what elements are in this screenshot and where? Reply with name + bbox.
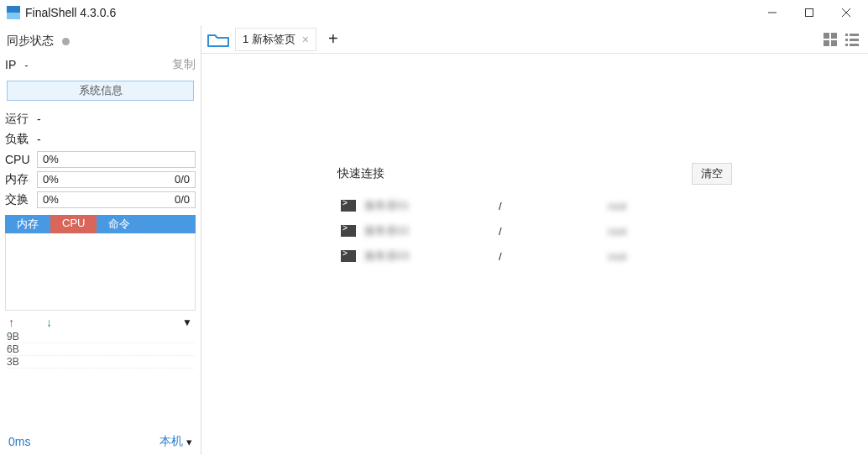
- conn-user: root: [608, 225, 626, 238]
- load-value: -: [37, 133, 196, 146]
- list-view-icon[interactable]: [844, 32, 860, 47]
- svg-rect-7: [831, 40, 837, 46]
- run-value: -: [37, 112, 196, 126]
- sync-dot-icon: [62, 38, 70, 45]
- close-button[interactable]: [828, 2, 865, 24]
- mem-ratio: 0/0: [175, 173, 190, 186]
- sync-label: 同步状态: [7, 34, 54, 49]
- titlebar: FinalShell 4.3.0.6: [0, 0, 868, 25]
- quick-connect-panel: 快速连接 清空 服务器01 / root 服务器02 / root 服务器03 …: [337, 163, 732, 269]
- run-label: 运行: [5, 112, 37, 127]
- terminal-icon: [341, 250, 356, 262]
- grid-view-icon[interactable]: [823, 32, 838, 47]
- conn-path: /: [499, 200, 608, 212]
- ip-value: -: [24, 59, 28, 71]
- system-info-button[interactable]: 系统信息: [7, 81, 194, 101]
- swap-ratio: 0/0: [175, 193, 190, 206]
- tab-mem[interactable]: 内存: [5, 215, 50, 233]
- svg-rect-10: [845, 39, 848, 41]
- cpu-pct: 0%: [43, 153, 59, 165]
- terminal-icon: [341, 225, 356, 237]
- svg-rect-6: [824, 40, 829, 46]
- sync-status: 同步状态: [5, 29, 196, 55]
- swap-pct: 0%: [43, 193, 59, 206]
- svg-rect-9: [850, 34, 859, 36]
- local-button[interactable]: 本机: [159, 434, 183, 449]
- topbar: 1 新标签页 × +: [201, 25, 868, 54]
- connection-row[interactable]: 服务器02 / root: [337, 218, 732, 243]
- connection-row[interactable]: 服务器03 / root: [337, 243, 732, 269]
- conn-path: /: [499, 250, 608, 263]
- terminal-icon: [341, 200, 356, 212]
- conn-user: root: [608, 200, 626, 212]
- svg-rect-8: [845, 34, 848, 36]
- app-logo: [7, 6, 20, 19]
- mem-label: 内存: [5, 172, 37, 187]
- svg-rect-13: [850, 44, 859, 46]
- perf-tabs: 内存 CPU 命令: [5, 215, 196, 233]
- conn-name: 服务器03: [364, 248, 499, 264]
- swap-label: 交换: [5, 192, 37, 207]
- add-tab-button[interactable]: +: [322, 29, 345, 49]
- latency-value: 0ms: [8, 435, 30, 448]
- mem-bar: 0% 0/0: [37, 171, 196, 188]
- conn-path: /: [499, 225, 608, 238]
- ip-label: IP: [5, 58, 16, 71]
- connection-row[interactable]: 服务器01 / root: [337, 193, 732, 218]
- tab-label: 1 新标签页: [243, 32, 295, 47]
- mem-pct: 0%: [43, 173, 59, 186]
- tab-cpu[interactable]: CPU: [50, 215, 97, 233]
- svg-rect-4: [824, 33, 829, 39]
- sidebar: 同步状态 IP - 复制 系统信息 运行- 负载- CPU 0% 内存 0% 0…: [0, 25, 201, 455]
- download-icon: ↓: [46, 316, 52, 329]
- svg-rect-11: [850, 39, 859, 41]
- upload-icon: ↑: [8, 316, 14, 329]
- close-tab-icon[interactable]: ×: [302, 33, 309, 46]
- conn-name: 服务器02: [364, 223, 499, 238]
- conn-name: 服务器01: [364, 198, 499, 213]
- cpu-bar: 0%: [37, 151, 196, 168]
- local-dropdown-icon[interactable]: ▾: [186, 436, 192, 448]
- window-title: FinalShell 4.3.0.6: [25, 6, 754, 19]
- net-chart-axis: 9B 6B 3B: [5, 331, 196, 369]
- folder-icon[interactable]: [207, 30, 230, 49]
- conn-user: root: [608, 250, 626, 263]
- svg-rect-12: [845, 44, 848, 46]
- net-dropdown-icon[interactable]: ▼: [182, 316, 192, 328]
- maximize-button[interactable]: [791, 2, 828, 24]
- copy-button[interactable]: 复制: [172, 57, 196, 72]
- clear-button[interactable]: 清空: [692, 163, 732, 185]
- minimize-button[interactable]: [754, 2, 791, 24]
- svg-rect-5: [831, 33, 837, 39]
- perf-tab-body: [5, 233, 196, 311]
- tab-cmd[interactable]: 命令: [97, 215, 142, 233]
- panel-title: 快速连接: [337, 166, 692, 181]
- swap-bar: 0% 0/0: [37, 191, 196, 208]
- cpu-label: CPU: [5, 153, 37, 166]
- svg-rect-1: [806, 9, 813, 17]
- load-label: 负载: [5, 132, 37, 147]
- page-tab[interactable]: 1 新标签页 ×: [235, 28, 316, 51]
